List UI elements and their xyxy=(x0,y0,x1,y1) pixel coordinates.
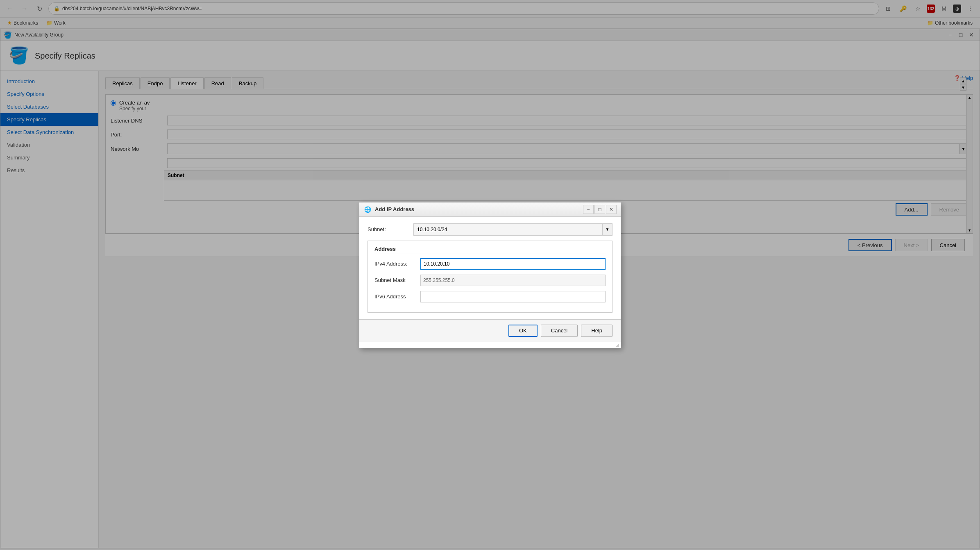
resize-handle[interactable]: ◢ xyxy=(359,342,621,348)
modal-subnet-control: ▼ xyxy=(413,223,612,236)
modal-titlebar: 🌐 Add IP Address − □ ✕ xyxy=(359,202,621,217)
modal-close[interactable]: ✕ xyxy=(606,205,617,214)
address-section: Address IPv4 Address: Subnet Mask xyxy=(368,241,612,313)
modal-ipv4-label: IPv4 Address: xyxy=(374,261,415,267)
ipv4-input[interactable] xyxy=(420,258,606,270)
modal-ipv6-row: IPv6 Address xyxy=(374,291,606,302)
modal-minimize[interactable]: − xyxy=(583,205,594,214)
modal-footer: OK Cancel Help xyxy=(359,319,621,342)
modal-ipv6-label: IPv6 Address xyxy=(374,293,415,300)
modal-title: Add IP Address xyxy=(375,206,580,212)
subnet-mask-input xyxy=(420,275,606,286)
modal-ok-button[interactable]: OK xyxy=(508,325,538,337)
ipv6-input[interactable] xyxy=(420,291,606,302)
modal-subnet-row: Subnet: ▼ xyxy=(368,223,612,236)
modal-ipv4-control xyxy=(420,258,606,270)
modal-maximize[interactable]: □ xyxy=(594,205,605,214)
address-section-label: Address xyxy=(374,246,606,254)
modal-cancel-button[interactable]: Cancel xyxy=(541,325,578,337)
subnet-select[interactable] xyxy=(414,224,602,235)
modal-ipv6-control xyxy=(420,291,606,302)
modal-ipv4-row: IPv4 Address: xyxy=(374,258,606,270)
modal-window-controls: − □ ✕ xyxy=(583,205,617,214)
modal-body: Subnet: ▼ Address IPv4 Address: xyxy=(359,217,621,319)
modal-icon: 🌐 xyxy=(363,205,372,214)
modal-subnet-mask-row: Subnet Mask xyxy=(374,275,606,286)
modal-help-button[interactable]: Help xyxy=(581,325,612,337)
modal-subnet-mask-label: Subnet Mask xyxy=(374,277,415,283)
modal-subnet-mask-control xyxy=(420,275,606,286)
subnet-dropdown-arrow[interactable]: ▼ xyxy=(602,224,612,235)
add-ip-address-dialog: 🌐 Add IP Address − □ ✕ Subnet: ▼ xyxy=(359,202,621,348)
modal-subnet-label: Subnet: xyxy=(368,226,408,232)
modal-overlay: 🌐 Add IP Address − □ ✕ Subnet: ▼ xyxy=(0,0,980,548)
